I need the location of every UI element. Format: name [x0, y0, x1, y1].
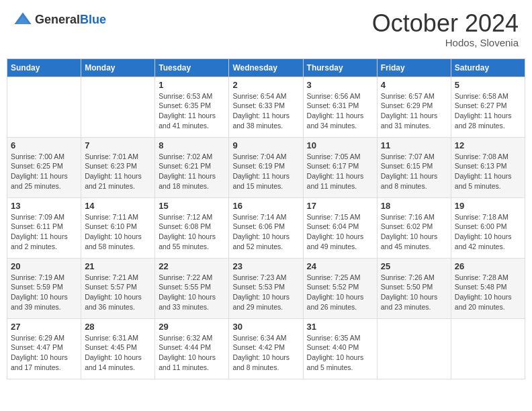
- day-info: Sunrise: 7:11 AM Sunset: 6:10 PM Dayligh…: [85, 212, 151, 252]
- weekday-header: Friday: [377, 58, 451, 77]
- day-number: 14: [85, 201, 151, 211]
- day-number: 26: [455, 261, 521, 271]
- logo: GeneralBlue: [13, 10, 106, 29]
- day-number: 8: [159, 140, 225, 150]
- day-number: 1: [159, 80, 225, 90]
- weekday-header: Wednesday: [229, 58, 303, 77]
- day-number: 15: [159, 201, 225, 211]
- calendar-cell: [81, 77, 155, 137]
- calendar-cell: 31Sunrise: 6:35 AM Sunset: 4:40 PM Dayli…: [303, 318, 377, 379]
- day-number: 12: [455, 140, 521, 150]
- day-info: Sunrise: 7:23 AM Sunset: 5:53 PM Dayligh…: [232, 273, 299, 312]
- day-number: 19: [455, 201, 521, 211]
- calendar-cell: 30Sunrise: 6:34 AM Sunset: 4:42 PM Dayli…: [229, 318, 303, 379]
- day-number: 3: [307, 80, 373, 90]
- day-info: Sunrise: 7:26 AM Sunset: 5:50 PM Dayligh…: [381, 273, 447, 312]
- calendar-cell: 10Sunrise: 7:05 AM Sunset: 6:17 PM Dayli…: [303, 137, 377, 197]
- day-number: 30: [232, 322, 299, 332]
- day-info: Sunrise: 6:31 AM Sunset: 4:45 PM Dayligh…: [85, 333, 151, 373]
- day-number: 22: [159, 261, 225, 271]
- day-info: Sunrise: 7:19 AM Sunset: 5:59 PM Dayligh…: [11, 273, 77, 312]
- logo-text: GeneralBlue: [35, 13, 106, 27]
- day-number: 28: [85, 322, 151, 332]
- day-info: Sunrise: 7:15 AM Sunset: 6:04 PM Dayligh…: [307, 212, 373, 252]
- day-number: 20: [11, 261, 77, 271]
- calendar-cell: 15Sunrise: 7:12 AM Sunset: 6:08 PM Dayli…: [155, 197, 229, 258]
- day-number: 17: [307, 201, 373, 211]
- calendar-cell: 6Sunrise: 7:00 AM Sunset: 6:25 PM Daylig…: [7, 137, 81, 197]
- day-info: Sunrise: 7:25 AM Sunset: 5:52 PM Dayligh…: [307, 273, 373, 312]
- day-info: Sunrise: 6:53 AM Sunset: 6:35 PM Dayligh…: [159, 91, 225, 131]
- weekday-header: Sunday: [7, 58, 81, 77]
- calendar-cell: 14Sunrise: 7:11 AM Sunset: 6:10 PM Dayli…: [81, 197, 155, 258]
- day-info: Sunrise: 7:21 AM Sunset: 5:57 PM Dayligh…: [85, 273, 151, 312]
- calendar-week-row: 20Sunrise: 7:19 AM Sunset: 5:59 PM Dayli…: [7, 258, 525, 318]
- calendar-cell: 24Sunrise: 7:25 AM Sunset: 5:52 PM Dayli…: [303, 258, 377, 318]
- month-title: October 2024: [372, 10, 519, 37]
- day-info: Sunrise: 7:28 AM Sunset: 5:48 PM Dayligh…: [455, 273, 521, 312]
- calendar-week-row: 1Sunrise: 6:53 AM Sunset: 6:35 PM Daylig…: [7, 77, 525, 137]
- calendar-cell: 3Sunrise: 6:56 AM Sunset: 6:31 PM Daylig…: [303, 77, 377, 137]
- day-info: Sunrise: 6:35 AM Sunset: 4:40 PM Dayligh…: [307, 333, 373, 373]
- day-number: 23: [232, 261, 299, 271]
- day-number: 7: [85, 140, 151, 150]
- calendar-cell: [377, 318, 451, 379]
- calendar-cell: 11Sunrise: 7:07 AM Sunset: 6:15 PM Dayli…: [377, 137, 451, 197]
- calendar-cell: [7, 77, 81, 137]
- day-info: Sunrise: 6:34 AM Sunset: 4:42 PM Dayligh…: [232, 333, 299, 373]
- day-number: 29: [159, 322, 225, 332]
- calendar-week-row: 13Sunrise: 7:09 AM Sunset: 6:11 PM Dayli…: [7, 197, 525, 258]
- calendar-cell: 23Sunrise: 7:23 AM Sunset: 5:53 PM Dayli…: [229, 258, 303, 318]
- calendar-cell: 20Sunrise: 7:19 AM Sunset: 5:59 PM Dayli…: [7, 258, 81, 318]
- day-info: Sunrise: 7:12 AM Sunset: 6:08 PM Dayligh…: [159, 212, 225, 252]
- calendar-cell: 1Sunrise: 6:53 AM Sunset: 6:35 PM Daylig…: [155, 77, 229, 137]
- day-info: Sunrise: 6:32 AM Sunset: 4:44 PM Dayligh…: [159, 333, 225, 373]
- logo-icon: [13, 10, 32, 29]
- calendar-cell: 17Sunrise: 7:15 AM Sunset: 6:04 PM Dayli…: [303, 197, 377, 258]
- calendar-week-row: 6Sunrise: 7:00 AM Sunset: 6:25 PM Daylig…: [7, 137, 525, 197]
- weekday-header: Saturday: [451, 58, 525, 77]
- weekday-header-row: SundayMondayTuesdayWednesdayThursdayFrid…: [7, 58, 525, 77]
- day-info: Sunrise: 6:57 AM Sunset: 6:29 PM Dayligh…: [381, 91, 447, 131]
- calendar-cell: 4Sunrise: 6:57 AM Sunset: 6:29 PM Daylig…: [377, 77, 451, 137]
- calendar-cell: 19Sunrise: 7:18 AM Sunset: 6:00 PM Dayli…: [451, 197, 525, 258]
- calendar-cell: 21Sunrise: 7:21 AM Sunset: 5:57 PM Dayli…: [81, 258, 155, 318]
- day-number: 10: [307, 140, 373, 150]
- day-info: Sunrise: 7:16 AM Sunset: 6:02 PM Dayligh…: [381, 212, 447, 252]
- calendar-cell: 8Sunrise: 7:02 AM Sunset: 6:21 PM Daylig…: [155, 137, 229, 197]
- calendar-cell: 12Sunrise: 7:08 AM Sunset: 6:13 PM Dayli…: [451, 137, 525, 197]
- calendar-cell: 5Sunrise: 6:58 AM Sunset: 6:27 PM Daylig…: [451, 77, 525, 137]
- calendar-cell: 2Sunrise: 6:54 AM Sunset: 6:33 PM Daylig…: [229, 77, 303, 137]
- day-info: Sunrise: 7:04 AM Sunset: 6:19 PM Dayligh…: [232, 152, 299, 191]
- day-number: 31: [307, 322, 373, 332]
- day-info: Sunrise: 7:01 AM Sunset: 6:23 PM Dayligh…: [85, 152, 151, 191]
- weekday-header: Thursday: [303, 58, 377, 77]
- calendar-table: SundayMondayTuesdayWednesdayThursdayFrid…: [7, 58, 525, 379]
- day-info: Sunrise: 7:07 AM Sunset: 6:15 PM Dayligh…: [381, 152, 447, 191]
- calendar-cell: 9Sunrise: 7:04 AM Sunset: 6:19 PM Daylig…: [229, 137, 303, 197]
- day-number: 24: [307, 261, 373, 271]
- calendar-cell: 29Sunrise: 6:32 AM Sunset: 4:44 PM Dayli…: [155, 318, 229, 379]
- day-number: 2: [232, 80, 299, 90]
- day-number: 16: [232, 201, 299, 211]
- day-number: 18: [381, 201, 447, 211]
- title-block: October 2024 Hodos, Slovenia: [372, 10, 519, 48]
- weekday-header: Tuesday: [155, 58, 229, 77]
- day-info: Sunrise: 7:18 AM Sunset: 6:00 PM Dayligh…: [455, 212, 521, 252]
- calendar-cell: 16Sunrise: 7:14 AM Sunset: 6:06 PM Dayli…: [229, 197, 303, 258]
- day-number: 6: [11, 140, 77, 150]
- day-info: Sunrise: 6:56 AM Sunset: 6:31 PM Dayligh…: [307, 91, 373, 131]
- day-number: 25: [381, 261, 447, 271]
- calendar-cell: 25Sunrise: 7:26 AM Sunset: 5:50 PM Dayli…: [377, 258, 451, 318]
- day-info: Sunrise: 6:58 AM Sunset: 6:27 PM Dayligh…: [455, 91, 521, 131]
- calendar-cell: 22Sunrise: 7:22 AM Sunset: 5:55 PM Dayli…: [155, 258, 229, 318]
- location-subtitle: Hodos, Slovenia: [372, 37, 519, 48]
- day-info: Sunrise: 7:09 AM Sunset: 6:11 PM Dayligh…: [11, 212, 77, 252]
- day-number: 11: [381, 140, 447, 150]
- day-info: Sunrise: 7:00 AM Sunset: 6:25 PM Dayligh…: [11, 152, 77, 191]
- day-info: Sunrise: 7:14 AM Sunset: 6:06 PM Dayligh…: [232, 212, 299, 252]
- calendar-cell: 28Sunrise: 6:31 AM Sunset: 4:45 PM Dayli…: [81, 318, 155, 379]
- day-number: 5: [455, 80, 521, 90]
- calendar-cell: 7Sunrise: 7:01 AM Sunset: 6:23 PM Daylig…: [81, 137, 155, 197]
- day-info: Sunrise: 7:05 AM Sunset: 6:17 PM Dayligh…: [307, 152, 373, 191]
